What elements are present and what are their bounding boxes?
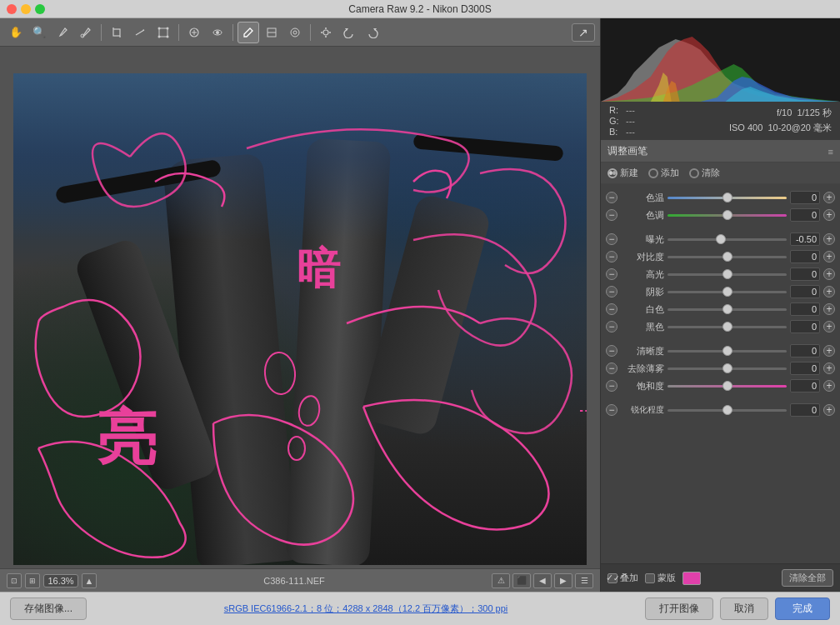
setiao-minus[interactable]: − (606, 209, 618, 221)
setiao-thumb[interactable] (722, 210, 732, 220)
shadows-minus[interactable]: − (606, 286, 618, 298)
clarity-slider-wrap[interactable] (668, 344, 787, 358)
clarity-minus[interactable]: − (606, 345, 618, 357)
contrast-minus[interactable]: − (606, 251, 618, 262)
blacks-value[interactable]: 0 (790, 320, 820, 333)
mask-color-swatch[interactable] (682, 572, 701, 585)
dehaze-thumb[interactable] (722, 363, 732, 373)
mode-clear[interactable]: 清除 (689, 167, 720, 179)
eyedropper-tool[interactable] (52, 22, 73, 43)
shadows-value[interactable]: 0 (790, 285, 820, 298)
image-area[interactable]: 暗 亮 ⊡ ⊞ 16.3% ▲ C386-111.NEF ⚠ ⬛ ◀ ▶ ☰ (0, 47, 600, 592)
rotate-ccw-tool[interactable] (338, 22, 360, 43)
highlights-plus[interactable]: + (823, 268, 835, 280)
contrast-plus[interactable]: + (823, 251, 835, 262)
export-button[interactable]: ↗ (572, 23, 595, 42)
color-sampler-tool[interactable] (75, 22, 97, 43)
highlights-minus[interactable]: − (606, 268, 618, 280)
contrast-slider-wrap[interactable] (668, 250, 787, 263)
setiao-value[interactable]: 0 (790, 208, 820, 222)
radial-filter-tool[interactable] (284, 22, 306, 43)
mode-clear-radio[interactable] (689, 168, 699, 178)
wendu-thumb[interactable] (722, 192, 732, 202)
mask-checkbox-box[interactable] (645, 573, 655, 583)
redeye-tool[interactable] (207, 22, 228, 43)
extra-plus[interactable]: + (823, 404, 835, 416)
blacks-slider-wrap[interactable] (668, 320, 787, 333)
full-screen-button[interactable]: ⊞ (25, 573, 40, 588)
wendu-slider-wrap[interactable] (668, 191, 787, 204)
saturation-value[interactable]: 0 (790, 379, 820, 392)
mode-add[interactable]: 添加 (648, 167, 679, 179)
prev-button[interactable]: ◀ (533, 573, 552, 588)
dehaze-slider-wrap[interactable] (668, 362, 787, 375)
hand-tool[interactable]: ✋ (5, 22, 27, 43)
exposure-thumb[interactable] (716, 234, 726, 244)
highlights-slider-wrap[interactable] (668, 268, 787, 281)
minimize-button[interactable] (21, 4, 31, 14)
contrast-value[interactable]: 0 (790, 250, 820, 263)
transform-tool[interactable] (152, 22, 174, 43)
blacks-thumb[interactable] (722, 322, 732, 332)
saturation-plus[interactable]: + (823, 380, 835, 392)
extra-value[interactable]: 0 (790, 403, 820, 417)
wendu-value[interactable]: 0 (790, 191, 820, 204)
open-image-button[interactable]: 打开图像 (645, 598, 713, 620)
exposure-plus[interactable]: + (823, 233, 835, 245)
saturation-thumb[interactable] (722, 381, 732, 391)
save-image-button[interactable]: 存储图像... (10, 598, 87, 620)
preferences-tool[interactable] (315, 22, 337, 43)
next-button[interactable]: ▶ (554, 573, 572, 588)
close-button[interactable] (7, 4, 17, 14)
wendu-plus[interactable]: + (823, 192, 835, 203)
panel-menu-button[interactable]: ≡ (828, 147, 833, 157)
whites-minus[interactable]: − (606, 303, 618, 315)
extra-slider-wrap[interactable] (668, 403, 787, 417)
extra-thumb[interactable] (722, 405, 732, 415)
clarity-thumb[interactable] (722, 346, 732, 356)
exposure-value[interactable]: -0.50 (790, 232, 820, 246)
overlay-checkbox[interactable]: ✓ 叠加 (608, 572, 638, 584)
spot-removal-tool[interactable] (183, 22, 205, 43)
gradient-filter-tool[interactable] (261, 22, 282, 43)
blacks-minus[interactable]: − (606, 321, 618, 332)
clarity-plus[interactable]: + (823, 345, 835, 357)
extra-minus[interactable]: − (606, 404, 618, 416)
crop-tool[interactable] (106, 22, 128, 43)
adjustment-brush-tool[interactable] (238, 22, 259, 43)
file-info-text[interactable]: sRGB IEC61966-2.1；8 位；4288 x 2848（12.2 百… (224, 602, 508, 615)
dehaze-minus[interactable]: − (606, 362, 618, 374)
cancel-button[interactable]: 取消 (720, 598, 768, 620)
highlights-thumb[interactable] (722, 269, 732, 279)
blacks-plus[interactable]: + (823, 321, 835, 332)
overlay-checkbox-box[interactable]: ✓ (608, 573, 618, 583)
grid-button[interactable]: ☰ (575, 573, 593, 588)
exposure-slider-wrap[interactable] (668, 232, 787, 246)
shadows-thumb[interactable] (722, 287, 732, 297)
zoom-tool[interactable]: 🔍 (28, 22, 50, 43)
setiao-slider-wrap[interactable] (668, 208, 787, 222)
warning-icon-button[interactable]: ⚠ (492, 573, 510, 588)
zoom-display[interactable]: 16.3% (43, 574, 78, 588)
contrast-thumb[interactable] (722, 252, 732, 262)
zoom-stepper-up[interactable]: ▲ (82, 573, 97, 588)
shadows-plus[interactable]: + (823, 286, 835, 298)
dehaze-value[interactable]: 0 (790, 362, 820, 375)
mode-add-radio[interactable] (648, 168, 658, 178)
saturation-slider-wrap[interactable] (668, 379, 787, 392)
rotate-cw-tool[interactable] (362, 22, 383, 43)
whites-slider-wrap[interactable] (668, 302, 787, 316)
wendu-minus[interactable]: − (606, 192, 618, 203)
mode-new-radio[interactable] (608, 168, 618, 178)
highlights-value[interactable]: 0 (790, 268, 820, 281)
compare-button[interactable]: ⬛ (512, 573, 531, 588)
dehaze-plus[interactable]: + (823, 362, 835, 374)
clear-all-button[interactable]: 清除全部 (782, 569, 833, 587)
whites-thumb[interactable] (722, 304, 732, 314)
mode-new[interactable]: 新建 (608, 167, 638, 179)
clarity-value[interactable]: 0 (790, 344, 820, 358)
done-button[interactable]: 完成 (775, 598, 830, 620)
whites-value[interactable]: 0 (790, 302, 820, 316)
straighten-tool[interactable] (129, 22, 151, 43)
maximize-button[interactable] (35, 4, 45, 14)
